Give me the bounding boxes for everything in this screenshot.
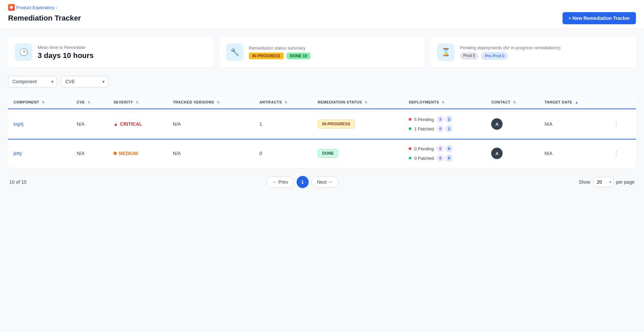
pending-label: 0 Pending xyxy=(414,146,434,151)
status-badges: IN-PROGRESS DONE 10 xyxy=(249,53,310,59)
patched-label: 0 Patched xyxy=(414,156,434,161)
brand-link[interactable]: Product Exploratory xyxy=(16,5,55,10)
col-deployments-sort-icon: ⇅ xyxy=(442,100,445,104)
stats-row: 🕑 Mean time to Remediate 3 days 10 hours… xyxy=(8,37,636,68)
col-component[interactable]: COMPONENT ⇅ xyxy=(8,95,71,109)
page-title: Remediation Tracker xyxy=(8,14,81,23)
prev-page-button[interactable]: ← Prev xyxy=(267,176,294,188)
medium-dot-icon xyxy=(113,152,117,155)
next-page-button[interactable]: Next → xyxy=(311,176,339,188)
col-target-date[interactable]: TARGET DATE ▲ xyxy=(539,95,607,109)
deployments-cell: 5 Pending 3 2 1 Patched 0 xyxy=(409,116,480,132)
cell-target-date: N/A xyxy=(539,139,607,168)
col-contact-sort-icon: ⇅ xyxy=(513,100,516,104)
col-severity-sort-icon: ⇅ xyxy=(136,100,139,104)
show-label: Show xyxy=(579,179,590,185)
component-filter-wrapper: Component All Components xyxy=(8,76,57,87)
patched-counts: 0 1 xyxy=(437,125,453,132)
cell-deployments: 5 Pending 3 2 1 Patched 0 xyxy=(403,109,486,139)
pending-deployments-label: Pending deployments (for in-progress rem… xyxy=(460,45,561,50)
patched-dot-icon xyxy=(409,127,411,130)
pending-purple-badge: 3 xyxy=(437,116,444,123)
col-actions xyxy=(607,95,636,109)
status-inprogress-badge: IN-PROGRESS xyxy=(318,120,355,128)
new-tracker-button[interactable]: + New Remediation Tracker xyxy=(563,12,636,24)
pagination-row: 10 of 10 ← Prev 1 Next → Show 20 10 50 1… xyxy=(8,176,636,188)
col-artifacts-sort-icon: ⇅ xyxy=(284,100,287,104)
cell-severity: MEDIUM xyxy=(108,139,168,168)
patched-blue-badge: 1 xyxy=(445,125,453,132)
per-page-select[interactable]: 20 10 50 100 xyxy=(593,177,613,187)
cell-row-actions: ⋮ xyxy=(607,109,636,139)
breadcrumb-chevron: › xyxy=(56,5,57,10)
cell-artifacts: 1 xyxy=(254,109,312,139)
table-body: log4j N/A ▲ CRITICAL N/A 1 IN-PROGRESS xyxy=(8,109,636,168)
component-link-jetty[interactable]: jetty xyxy=(13,151,22,156)
mean-time-icon: 🕑 xyxy=(15,43,32,61)
stat-card-mean-time: 🕑 Mean time to Remediate 3 days 10 hours xyxy=(8,37,214,68)
row-actions-menu-icon[interactable]: ⋮ xyxy=(612,121,621,127)
col-cve[interactable]: CVE ⇅ xyxy=(71,95,108,109)
done-badge: DONE 10 xyxy=(286,53,310,59)
cell-artifacts: 0 xyxy=(254,139,312,168)
status-done-badge: DONE xyxy=(318,149,338,158)
cell-contact: A xyxy=(486,139,539,168)
deployments-cell: 0 Pending 0 0 0 Patched 0 xyxy=(409,145,480,162)
cell-target-date: N/A xyxy=(539,109,607,139)
top-bar: Product Exploratory › Remediation Tracke… xyxy=(0,0,644,29)
cve-filter-wrapper: CVE All CVEs xyxy=(61,76,108,87)
deployment-badges: Prod 0 Pre-Prod 0 xyxy=(460,52,561,60)
severity-critical-badge: ▲ CRITICAL xyxy=(113,121,162,127)
patched-blue-badge: 0 xyxy=(445,154,453,162)
col-status-sort-icon: ⇅ xyxy=(365,100,368,104)
row-actions-menu-icon[interactable]: ⋮ xyxy=(612,150,621,157)
col-contact[interactable]: CONTACT ⇅ xyxy=(486,95,539,109)
cell-contact: A xyxy=(486,109,539,139)
pending-dot-icon xyxy=(409,118,411,121)
deployment-patched-row: 0 Patched 0 0 xyxy=(409,154,480,162)
pending-blue-badge: 2 xyxy=(445,116,453,123)
component-link-log4j[interactable]: log4j xyxy=(13,121,24,127)
cell-tracked-versions: N/A xyxy=(168,139,254,168)
col-severity[interactable]: SEVERITY ⇅ xyxy=(108,95,168,109)
severity-medium-badge: MEDIUM xyxy=(113,151,162,156)
cve-filter[interactable]: CVE All CVEs xyxy=(61,76,108,87)
pending-blue-badge: 0 xyxy=(445,145,453,152)
stat-card-pending-deployments: ⌛ Pending deployments (for in-progress r… xyxy=(430,37,636,68)
remediation-table-container: COMPONENT ⇅ CVE ⇅ SEVERITY ⇅ TRACKED VER… xyxy=(8,95,636,168)
component-filter[interactable]: Component All Components xyxy=(8,76,57,87)
cell-deployments: 0 Pending 0 0 0 Patched 0 xyxy=(403,139,486,168)
contact-avatar: A xyxy=(491,148,503,159)
patched-label: 1 Patched xyxy=(414,126,434,131)
cell-cve: N/A xyxy=(71,139,108,168)
inprogress-badge: IN-PROGRESS xyxy=(249,53,284,59)
contact-avatar: A xyxy=(491,118,503,130)
prod-badge: Prod 0 xyxy=(460,52,478,60)
patched-purple-badge: 0 xyxy=(437,154,444,162)
deployment-patched-row: 1 Patched 0 1 xyxy=(409,125,480,132)
pending-label: 5 Pending xyxy=(414,117,434,122)
current-page-indicator[interactable]: 1 xyxy=(297,176,309,188)
col-tracked-versions[interactable]: TRACKED VERSIONS ⇅ xyxy=(168,95,254,109)
cell-status: DONE xyxy=(312,139,404,168)
mean-time-content: Mean time to Remediate 3 days 10 hours xyxy=(38,45,94,60)
col-component-sort-icon: ⇅ xyxy=(42,100,45,104)
status-summary-icon: 🔧 xyxy=(226,43,243,61)
table-row[interactable]: jetty N/A MEDIUM N/A 0 DONE xyxy=(8,139,636,168)
pending-deployments-icon: ⌛ xyxy=(437,43,454,61)
pending-counts: 3 2 xyxy=(437,116,453,123)
col-deployments[interactable]: DEPLOYMENTS ⇅ xyxy=(403,95,486,109)
breadcrumb: Product Exploratory › xyxy=(8,4,636,11)
col-artifacts[interactable]: ARTIFACTS ⇅ xyxy=(254,95,312,109)
table-row[interactable]: log4j N/A ▲ CRITICAL N/A 1 IN-PROGRESS xyxy=(8,109,636,139)
pending-dot-icon xyxy=(409,147,411,150)
cell-cve: N/A xyxy=(71,109,108,139)
col-remediation-status[interactable]: REMEDIATION STATUS ⇅ xyxy=(312,95,404,109)
preprod-badge: Pre-Prod 0 xyxy=(481,52,508,60)
table-header: COMPONENT ⇅ CVE ⇅ SEVERITY ⇅ TRACKED VER… xyxy=(8,95,636,109)
col-cve-sort-icon: ⇅ xyxy=(88,100,91,104)
cell-component: log4j xyxy=(8,109,71,139)
mean-time-label: Mean time to Remediate xyxy=(38,45,94,50)
page-header: Remediation Tracker + New Remediation Tr… xyxy=(8,12,636,28)
deployment-pending-row: 5 Pending 3 2 xyxy=(409,116,480,123)
